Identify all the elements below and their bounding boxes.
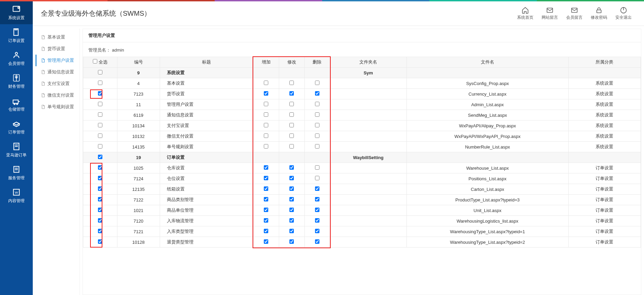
row-add-checkbox[interactable] [264, 165, 268, 170]
sidebar-item-order_mgmt[interactable]: 订单管理 [0, 116, 33, 139]
row-add-checkbox[interactable] [264, 134, 268, 138]
row-add-checkbox[interactable] [264, 91, 268, 96]
submenu-item-currency[interactable]: 货币设置 [35, 43, 80, 55]
sidebar-item-order[interactable]: 订单设置 [0, 24, 33, 47]
row-add-checkbox[interactable] [264, 81, 268, 85]
row-select-checkbox[interactable] [98, 197, 102, 201]
row-title: 基本设置 [160, 78, 253, 89]
row-modify-checkbox[interactable] [289, 112, 294, 117]
row-select-checkbox[interactable] [98, 155, 102, 159]
row-select-checkbox[interactable] [98, 123, 102, 127]
row-delete-checkbox[interactable] [315, 186, 319, 191]
submenu-item-wxpay[interactable]: 微信支付设置 [35, 89, 80, 101]
row-select-checkbox[interactable] [98, 239, 102, 244]
col-select-all[interactable]: 全选 [83, 57, 117, 68]
row-select-checkbox[interactable] [98, 134, 102, 138]
sidebar-item-service[interactable]: 服务管理 [0, 161, 33, 184]
header-action-label: 会员留言 [566, 15, 583, 20]
submenu-item-number_rule[interactable]: 单号规则设置 [35, 101, 80, 113]
row-delete-checkbox[interactable] [315, 144, 319, 149]
row-select-checkbox[interactable] [98, 91, 102, 96]
row-select-checkbox[interactable] [98, 229, 102, 233]
row-category: 订单设置 [568, 205, 641, 216]
row-modify-checkbox[interactable] [289, 123, 294, 127]
row-select-checkbox[interactable] [98, 102, 102, 106]
header-action-site_msg[interactable]: 网站留言 [538, 6, 562, 20]
row-delete-checkbox[interactable] [315, 208, 319, 212]
row-modify-checkbox[interactable] [289, 229, 294, 233]
row-modify-checkbox[interactable] [289, 134, 294, 138]
row-delete-checkbox[interactable] [315, 102, 319, 106]
row-modify-checkbox[interactable] [289, 165, 294, 170]
row-delete-checkbox[interactable] [315, 176, 319, 180]
row-select-checkbox[interactable] [98, 165, 102, 170]
row-add-checkbox[interactable] [264, 112, 268, 117]
row-delete-checkbox[interactable] [315, 229, 319, 233]
permissions-table: 全选 编号 标题 增加 修改 删除 文件夹名 文件名 所属分类 [83, 57, 641, 248]
row-modify-checkbox[interactable] [289, 218, 294, 223]
row-delete-checkbox[interactable] [315, 81, 319, 85]
table-row: 10134支付宝设置WxPayAPI/Alipay_Prop.aspx系统设置 [83, 121, 641, 131]
row-add-checkbox[interactable] [264, 208, 268, 212]
row-modify-checkbox[interactable] [289, 102, 294, 106]
table-row: 7123货币设置Currency_List.aspx系统设置 [83, 89, 641, 99]
sidebar-item-amazon[interactable]: 亚马逊订单 [0, 139, 33, 161]
row-add-checkbox[interactable] [264, 102, 268, 106]
header-action-logout[interactable]: 安全退出 [611, 6, 636, 20]
row-add-checkbox[interactable] [264, 176, 268, 180]
submenu-item-alipay[interactable]: 支付宝设置 [35, 78, 80, 89]
row-add-checkbox[interactable] [264, 123, 268, 127]
row-select-checkbox[interactable] [98, 208, 102, 212]
row-delete-checkbox[interactable] [315, 134, 319, 138]
row-add-checkbox[interactable] [264, 197, 268, 201]
sidebar-item-member[interactable]: 会员管理 [0, 47, 33, 70]
row-modify-checkbox[interactable] [289, 239, 294, 244]
row-add-checkbox[interactable] [264, 144, 268, 149]
row-select-checkbox[interactable] [98, 70, 102, 74]
row-modify-checkbox[interactable] [289, 197, 294, 201]
row-modify-checkbox[interactable] [289, 176, 294, 180]
header-action-home[interactable]: 系统首页 [513, 6, 538, 20]
sidebar-item-finance[interactable]: ¥财务管理 [0, 70, 33, 93]
row-modify-checkbox[interactable] [289, 144, 294, 149]
header-action-member_msg[interactable]: 会员留言 [562, 6, 587, 20]
row-title: 纸箱设置 [160, 184, 253, 195]
row-select-checkbox[interactable] [98, 144, 102, 149]
row-select-checkbox[interactable] [98, 112, 102, 117]
row-modify-checkbox[interactable] [289, 81, 294, 85]
admin-name-line: 管理员名：admin [83, 42, 641, 57]
row-add-checkbox[interactable] [264, 186, 268, 191]
row-delete-checkbox[interactable] [315, 123, 319, 127]
document-icon [41, 35, 45, 40]
submenu-item-basic[interactable]: 基本设置 [35, 31, 80, 43]
svg-text:¥: ¥ [15, 76, 18, 80]
sidebar-item-warehouse[interactable]: 仓储管理 [0, 93, 33, 116]
row-delete-checkbox[interactable] [315, 239, 319, 244]
row-select-checkbox[interactable] [98, 81, 102, 85]
row-id: 1025 [117, 163, 160, 173]
row-modify-checkbox[interactable] [289, 186, 294, 191]
row-modify-checkbox[interactable] [289, 91, 294, 96]
submenu-item-label: 微信支付设置 [47, 92, 74, 98]
row-delete-checkbox[interactable] [315, 218, 319, 223]
select-all-checkbox[interactable] [93, 59, 97, 64]
row-delete-checkbox[interactable] [315, 112, 319, 117]
sidebar-item-content[interactable]: W内容管理 [0, 184, 33, 207]
row-category: 系统设置 [568, 110, 641, 121]
row-select-checkbox[interactable] [98, 218, 102, 223]
row-title: 订单设置 [160, 152, 253, 163]
sidebar-item-sys[interactable]: 系统设置 [0, 1, 33, 24]
document-icon [41, 81, 45, 86]
header-action-change_pwd[interactable]: 修改密码 [587, 6, 611, 20]
row-add-checkbox[interactable] [264, 229, 268, 233]
row-select-checkbox[interactable] [98, 186, 102, 191]
submenu-item-notice[interactable]: 通知信息设置 [35, 66, 80, 78]
row-add-checkbox[interactable] [264, 239, 268, 244]
row-modify-checkbox[interactable] [289, 208, 294, 212]
row-select-checkbox[interactable] [98, 176, 102, 180]
row-delete-checkbox[interactable] [315, 165, 319, 170]
row-add-checkbox[interactable] [264, 218, 268, 223]
submenu-item-admin_user[interactable]: 管理用户设置 [35, 55, 80, 66]
row-delete-checkbox[interactable] [315, 91, 319, 96]
row-delete-checkbox[interactable] [315, 197, 319, 201]
